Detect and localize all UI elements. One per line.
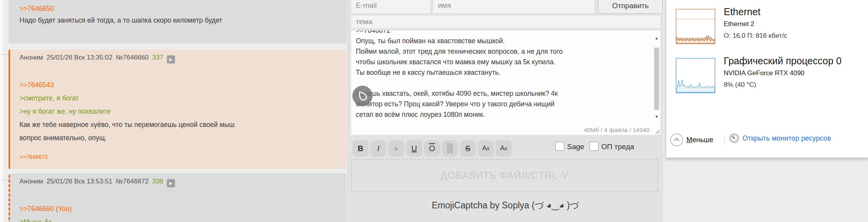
add-file-dropzone[interactable]: ДОБАВИТЬ ФАЙЛ/CTRL-V bbox=[351, 159, 658, 192]
op-label: ОП треда bbox=[601, 143, 634, 151]
ethernet-title: Ethernet bbox=[724, 6, 761, 18]
sage-checkbox[interactable] bbox=[555, 142, 564, 151]
post-7646650-reply: >>7646650 Надо будет заняться ей тогда, … bbox=[9, 0, 346, 44]
ethernet-subtitle: Ethernet 2 bbox=[724, 20, 754, 28]
footer-divider bbox=[724, 136, 725, 145]
add-file-label: ДОБАВИТЬ ФАЙЛ/CTRL-V bbox=[441, 170, 569, 181]
post-number[interactable]: №7646672 bbox=[116, 178, 149, 185]
file-limits-counter: 40Мб / 4 файла / 14340 bbox=[584, 127, 649, 134]
emoji-captcha-label: EmojiCaptcha by Soplya (づ ◕‿◕ )づ bbox=[348, 199, 663, 211]
gpu-stats: 8% (40 °C) bbox=[724, 81, 756, 89]
superscript-button[interactable]: Aa bbox=[478, 140, 494, 157]
post-body-text: вопрос внимательно, опущ. bbox=[19, 131, 346, 144]
subject-field[interactable] bbox=[351, 16, 660, 28]
resource-monitor-gauge-icon bbox=[729, 133, 739, 143]
post-body-text: Надо будет заняться ей тогда, а то шапка… bbox=[19, 16, 346, 25]
sage-label: Sage bbox=[567, 143, 584, 151]
post-datetime: 25/01/26 Вск 13:35:02 bbox=[47, 54, 112, 61]
post-header: Аноним25/01/26 Вск 13:35:02№7646660337▶ bbox=[19, 54, 346, 63]
less-details-label: Меньше bbox=[686, 136, 713, 144]
post-expand-icon[interactable]: ▶ bbox=[167, 179, 175, 187]
post-body: >>7646543 >смотрите, я богат >ну я богат… bbox=[19, 78, 346, 160]
post-reply-link[interactable]: >>7646660 (You) bbox=[19, 202, 72, 215]
quick-reply-form: Отправить >>7646672 Опущ, ты был пойман … bbox=[347, 0, 663, 222]
name-field[interactable] bbox=[433, 0, 594, 13]
screen: >>7646650 Надо будет заняться ей тогда, … bbox=[0, 0, 868, 222]
post-hide-handle-icon[interactable]: ···· bbox=[1, 177, 9, 181]
email-field[interactable] bbox=[351, 0, 430, 13]
spoiler-block-icon bbox=[447, 143, 453, 153]
post-hide-handle-icon[interactable]: ···· bbox=[1, 52, 9, 56]
post-quote-text: >Мышь 5к bbox=[19, 215, 346, 222]
underline-button[interactable]: U bbox=[406, 140, 422, 157]
scroll-up-icon[interactable]: ▲ bbox=[653, 35, 660, 41]
comment-textarea[interactable]: >>7646672 Опущ, ты был пойман на хвастов… bbox=[351, 30, 660, 135]
soplya-drop-icon[interactable] bbox=[352, 86, 373, 106]
post-body-text: Как же тебе наверное хуёво, что ты перем… bbox=[19, 118, 346, 131]
italic-button[interactable]: I bbox=[370, 140, 387, 157]
strikethrough-button[interactable]: S bbox=[460, 140, 476, 157]
post-expand-icon[interactable]: ▶ bbox=[167, 55, 175, 63]
scrollbar-thumb[interactable] bbox=[654, 48, 659, 110]
bold-button[interactable]: B bbox=[352, 140, 369, 157]
comment-text: >>7646672 Опущ, ты был пойман на хвастов… bbox=[351, 30, 660, 120]
post-replies-link[interactable]: >>7646672 bbox=[19, 154, 48, 160]
submit-button[interactable]: Отправить bbox=[598, 0, 663, 14]
ethernet-graph bbox=[676, 9, 715, 44]
resize-handle-icon[interactable] bbox=[653, 128, 660, 134]
scroll-down-icon[interactable]: ▼ bbox=[653, 114, 660, 120]
post-quote-text: >ну я богат же, ну похвалите bbox=[19, 105, 346, 118]
open-resource-monitor-link[interactable]: Открыть монитор ресурсов bbox=[729, 133, 831, 143]
chevron-up-circle-icon bbox=[670, 133, 683, 146]
gpu-subtitle: NVIDIA GeForce RTX 4090 bbox=[724, 69, 805, 77]
post-header: Аноним25/01/26 Вск 13:53:51№7646672338▶ bbox=[19, 178, 346, 187]
post-number[interactable]: №7646660 bbox=[116, 54, 149, 61]
post-datetime: 25/01/26 Вск 13:53:51 bbox=[47, 178, 112, 185]
page-left-margin bbox=[0, 0, 3, 222]
post-reply-link[interactable]: >>7646650 bbox=[19, 5, 54, 13]
gpu-graph bbox=[676, 58, 715, 93]
post-author: Аноним bbox=[19, 54, 43, 61]
quote-button[interactable]: > bbox=[388, 140, 404, 157]
post-reply-link[interactable]: >>7646543 bbox=[19, 78, 54, 92]
post-ordinal: 338 bbox=[152, 178, 163, 185]
post-author: Аноним bbox=[19, 178, 43, 185]
subscript-button[interactable]: Aa bbox=[495, 140, 512, 157]
op-checkbox[interactable] bbox=[590, 142, 598, 151]
gpu-title: Графический процессор 0 bbox=[724, 55, 842, 67]
post-7646660: Аноним25/01/26 Вск 13:35:02№7646660337▶ … bbox=[9, 49, 346, 169]
less-details-button[interactable]: Меньше bbox=[670, 133, 713, 146]
textarea-scrollbar[interactable]: ▲ ▼ bbox=[653, 30, 660, 122]
post-7646672: Аноним25/01/26 Вск 13:53:51№7646672338▶ … bbox=[9, 173, 346, 222]
task-manager-footer: Меньше Открыть монитор ресурсов bbox=[666, 132, 868, 150]
open-resource-monitor-label: Открыть монитор ресурсов bbox=[742, 134, 831, 143]
post-quote-text: >смотрите, я богат bbox=[19, 92, 346, 105]
post-body: >>7646660 (You) >Мышь 5к bbox=[19, 202, 346, 222]
ethernet-stats: О: 16,0 П: 816 кбит/с bbox=[724, 32, 787, 40]
task-manager-panel: Ethernet Ethernet 2 О: 16,0 П: 816 кбит/… bbox=[666, 0, 868, 158]
spoiler-button[interactable] bbox=[442, 140, 458, 157]
post-ordinal: 337 bbox=[152, 54, 163, 61]
overline-button[interactable]: O bbox=[424, 140, 440, 157]
